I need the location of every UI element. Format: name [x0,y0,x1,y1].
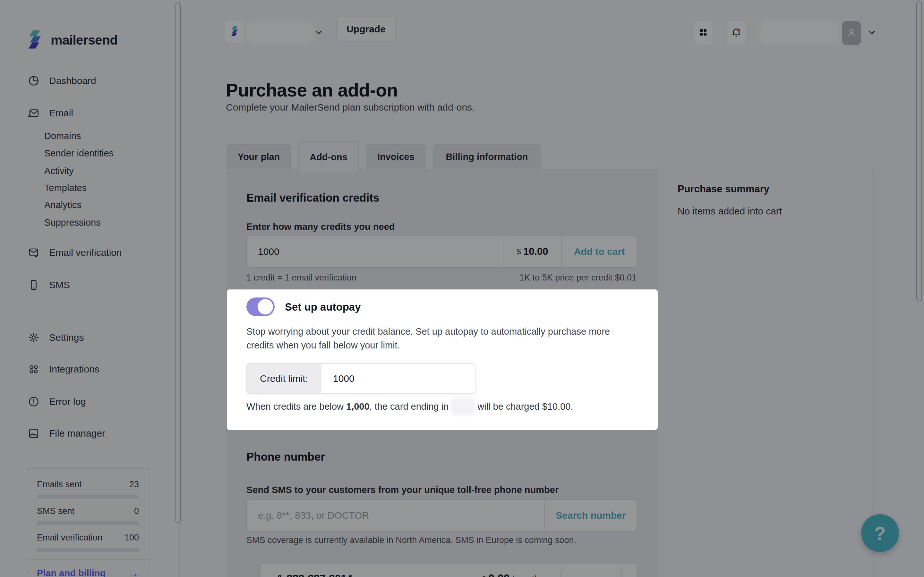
autopay-note: When credits are below 1,000 , the card … [246,399,573,414]
sidebar-item-templates[interactable]: Templates [44,178,87,197]
bell-icon [731,27,742,39]
envelope-check-icon [27,246,40,259]
phone-result-number: 1-888-387-9014 [277,572,352,577]
credits-note-right: 1K to 5K price per credit $0.01 [519,273,636,283]
workspace-chevron-down-icon[interactable] [313,27,324,38]
account-avatar[interactable] [842,21,861,45]
credit-limit-group: Credit limit: [246,363,475,394]
search-number-button[interactable]: Search number [544,500,636,531]
sidebar-item-file-manager[interactable]: File manager [27,424,105,443]
pie-chart-icon [27,74,40,87]
sidebar-item-settings[interactable]: Settings [27,328,84,347]
sidebar-item-integrations[interactable]: Integrations [27,359,99,379]
tab-your-plan[interactable]: Your plan [226,144,291,169]
sidebar-item-email-verification[interactable]: Email verification [27,243,122,262]
sidebar-item-domains[interactable]: Domains [44,126,81,145]
alert-circle-icon [27,395,40,408]
autopay-toggle[interactable] [246,298,275,316]
usage-row-sms: SMS sent 0 [37,506,139,516]
page-title: Purchase an add-on [226,79,398,101]
currency-symbol: $ [517,247,521,256]
phone-input-label: Send SMS to your customers from your uni… [246,485,559,495]
brand-name: mailersend [51,33,118,48]
phone-section-heading: Phone number [246,450,325,463]
sidebar-scrollbar[interactable] [175,3,181,523]
currency-symbol: $ [482,575,486,577]
sidebar-item-email[interactable]: Email [27,103,73,123]
account-chevron-down-icon[interactable] [866,27,877,38]
autopay-description: Stop worrying about your credit balance.… [246,325,632,352]
credits-note-left: 1 credit = 1 email verification [246,273,357,283]
image-file-icon [27,427,40,440]
purchase-summary-title: Purchase summary [678,183,769,195]
phone-result-card: 1-888-387-9014 $ 0.00 /month Add to cart [260,563,637,577]
help-button[interactable]: ? [861,514,899,552]
sidebar-item-dashboard[interactable]: Dashboard [27,71,96,90]
person-icon [846,27,857,39]
mailersend-bolt-icon [230,26,239,38]
main-scrollbar[interactable] [916,1,922,301]
credits-add-to-cart-button[interactable]: Add to cart [561,236,636,267]
app-screen: mailersend Dashboard Email Domains Sende… [0,0,924,577]
phone-coverage-note: SMS coverage is currently available in N… [246,535,576,545]
upgrade-button[interactable]: Upgrade [336,17,396,42]
sidebar-item-analytics[interactable]: Analytics [44,195,81,214]
credits-price: $ 10.00 [503,236,561,267]
sidebar-item-label: SMS [49,279,70,290]
apps-launcher-button[interactable] [694,21,712,45]
sidebar-item-label: Error log [49,396,86,407]
usage-summary-card: Emails sent 23 SMS sent 0 Email verifica… [27,468,149,574]
brand-logo[interactable]: mailersend [26,29,118,51]
credits-input-group: $ 10.00 Add to cart [246,235,637,268]
arrow-right-icon: → [128,567,139,577]
usage-row-emails: Emails sent 23 [37,480,139,490]
sidebar-item-label: Integrations [49,364,99,375]
notifications-button[interactable] [727,21,746,45]
sidebar-item-error-log[interactable]: Error log [27,392,86,411]
card-digits-redacted [452,399,473,414]
credits-section-heading: Email verification credits [246,191,379,204]
usage-row-verification: Email verification 100 [37,533,139,543]
credit-limit-label: Credit limit: [246,363,321,394]
credit-limit-input[interactable] [321,373,475,384]
tab-add-ons[interactable]: Add-ons [298,141,359,172]
sidebar-item-label: Dashboard [49,75,96,86]
autopay-spotlight-card: Set up autopay Stop worrying about your … [227,290,658,430]
autopay-title: Set up autopay [285,301,361,313]
gear-icon [27,331,40,344]
phone-add-to-cart-button[interactable]: Add to cart [561,569,622,577]
sidebar-item-suppressions[interactable]: Suppressions [44,213,101,232]
apps-grid-icon [27,363,40,376]
workspace-logo-tile[interactable] [225,21,244,43]
credits-input-label: Enter how many credits you need [246,221,395,232]
sidebar-item-label: Email [49,108,73,119]
sidebar-item-activity[interactable]: Activity [44,161,74,181]
verification-progress-bar [37,548,139,552]
tab-billing-information[interactable]: Billing information [433,144,541,169]
account-name-redacted [760,23,838,42]
mailersend-bolt-icon [26,29,44,51]
toggle-knob [258,299,273,314]
phone-result-price: $ 0.00 /month [482,572,540,577]
tab-invoices[interactable]: Invoices [366,144,426,169]
sidebar: mailersend Dashboard Email Domains Sende… [0,0,180,577]
emails-progress-bar [37,495,139,498]
plan-and-billing-link[interactable]: Plan and billing → [37,560,139,577]
sidebar-item-label: File manager [49,428,105,439]
sidebar-item-sms[interactable]: SMS [27,276,70,295]
phone-number-input[interactable] [247,500,544,531]
envelope-send-icon [27,107,40,119]
sidebar-item-sender-identities[interactable]: Sender identities [44,143,113,163]
sidebar-item-label: Email verification [49,247,122,258]
sidebar-item-label: Settings [49,332,84,343]
grid-icon [698,27,708,39]
credits-quantity-input[interactable] [247,236,503,267]
workspace-name-redacted[interactable] [248,24,312,41]
phone-search-group: Search number [246,500,637,532]
purchase-summary-empty: No items added into cart [678,206,782,217]
smartphone-icon [27,279,40,292]
page-subtitle: Complete your MailerSend plan subscripti… [226,102,475,113]
sms-progress-bar [37,521,139,525]
